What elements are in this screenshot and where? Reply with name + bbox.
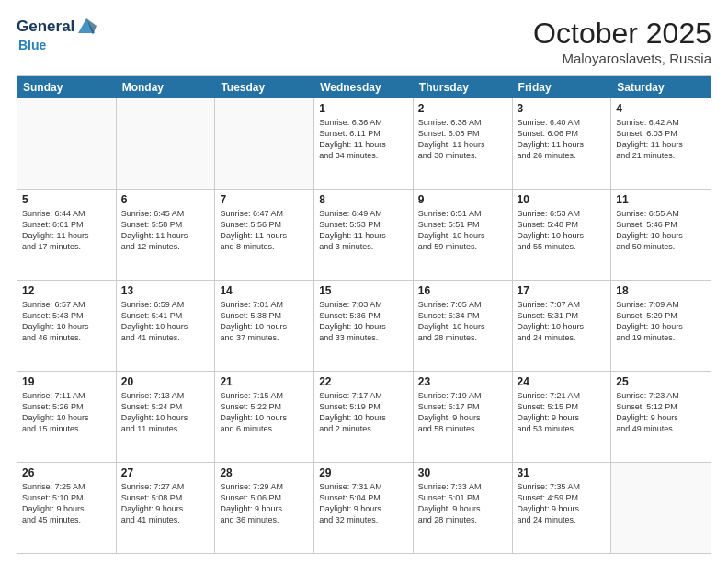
day-cell: 13Sunrise: 6:59 AM Sunset: 5:41 PM Dayli… — [117, 281, 216, 371]
day-info: Sunrise: 6:59 AM Sunset: 5:41 PM Dayligh… — [121, 299, 210, 344]
day-number: 19 — [22, 375, 111, 388]
day-info: Sunrise: 6:53 AM Sunset: 5:48 PM Dayligh… — [518, 208, 607, 253]
week-row: 5Sunrise: 6:44 AM Sunset: 6:01 PM Daylig… — [17, 189, 711, 280]
day-info: Sunrise: 7:05 AM Sunset: 5:34 PM Dayligh… — [418, 299, 507, 344]
day-info: Sunrise: 6:36 AM Sunset: 6:11 PM Dayligh… — [319, 117, 408, 162]
day-info: Sunrise: 7:33 AM Sunset: 5:01 PM Dayligh… — [418, 481, 507, 526]
day-cell — [17, 98, 117, 189]
day-number: 5 — [22, 193, 111, 206]
day-header: Monday — [117, 76, 216, 98]
day-header: Tuesday — [215, 76, 314, 98]
day-cell: 10Sunrise: 6:53 AM Sunset: 5:48 PM Dayli… — [513, 190, 612, 280]
logo-general: General — [17, 17, 74, 36]
day-cell: 26Sunrise: 7:25 AM Sunset: 5:10 PM Dayli… — [17, 463, 117, 553]
day-number: 1 — [319, 102, 408, 115]
day-number: 29 — [319, 466, 408, 479]
day-number: 10 — [518, 193, 607, 206]
day-number: 20 — [121, 375, 210, 388]
week-row: 12Sunrise: 6:57 AM Sunset: 5:43 PM Dayli… — [17, 280, 711, 371]
weeks: 1Sunrise: 6:36 AM Sunset: 6:11 PM Daylig… — [17, 98, 711, 553]
day-info: Sunrise: 6:47 AM Sunset: 5:56 PM Dayligh… — [220, 208, 309, 253]
day-info: Sunrise: 7:19 AM Sunset: 5:17 PM Dayligh… — [418, 390, 507, 435]
day-number: 27 — [121, 466, 210, 479]
day-number: 8 — [319, 193, 408, 206]
day-number: 24 — [518, 375, 607, 388]
day-info: Sunrise: 6:55 AM Sunset: 5:46 PM Dayligh… — [616, 208, 706, 253]
day-info: Sunrise: 7:25 AM Sunset: 5:10 PM Dayligh… — [22, 481, 111, 526]
day-cell: 11Sunrise: 6:55 AM Sunset: 5:46 PM Dayli… — [611, 190, 711, 280]
day-info: Sunrise: 7:15 AM Sunset: 5:22 PM Dayligh… — [220, 390, 309, 435]
month-title: October 2025 — [533, 17, 711, 51]
day-cell: 23Sunrise: 7:19 AM Sunset: 5:17 PM Dayli… — [414, 372, 513, 462]
week-row: 19Sunrise: 7:11 AM Sunset: 5:26 PM Dayli… — [17, 371, 711, 462]
day-info: Sunrise: 6:57 AM Sunset: 5:43 PM Dayligh… — [22, 299, 111, 344]
day-cell: 18Sunrise: 7:09 AM Sunset: 5:29 PM Dayli… — [611, 281, 711, 371]
day-info: Sunrise: 7:27 AM Sunset: 5:08 PM Dayligh… — [121, 481, 210, 526]
week-row: 26Sunrise: 7:25 AM Sunset: 5:10 PM Dayli… — [17, 462, 711, 553]
day-info: Sunrise: 7:23 AM Sunset: 5:12 PM Dayligh… — [616, 390, 706, 435]
day-number: 3 — [518, 102, 607, 115]
day-header: Saturday — [611, 76, 711, 98]
day-info: Sunrise: 7:07 AM Sunset: 5:31 PM Dayligh… — [518, 299, 607, 344]
day-number: 2 — [418, 102, 507, 115]
day-info: Sunrise: 6:38 AM Sunset: 6:08 PM Dayligh… — [418, 117, 507, 162]
day-cell: 8Sunrise: 6:49 AM Sunset: 5:53 PM Daylig… — [314, 190, 414, 280]
day-number: 25 — [616, 375, 706, 388]
day-cell: 20Sunrise: 7:13 AM Sunset: 5:24 PM Dayli… — [117, 372, 216, 462]
day-info: Sunrise: 7:13 AM Sunset: 5:24 PM Dayligh… — [121, 390, 210, 435]
day-number: 18 — [616, 284, 706, 297]
day-number: 13 — [121, 284, 210, 297]
day-number: 21 — [220, 375, 309, 388]
day-cell — [215, 98, 314, 189]
day-info: Sunrise: 6:40 AM Sunset: 6:06 PM Dayligh… — [518, 117, 607, 162]
day-header: Sunday — [17, 76, 117, 98]
day-number: 4 — [616, 102, 706, 115]
day-info: Sunrise: 6:49 AM Sunset: 5:53 PM Dayligh… — [319, 208, 408, 253]
day-number: 30 — [418, 466, 507, 479]
day-info: Sunrise: 7:17 AM Sunset: 5:19 PM Dayligh… — [319, 390, 408, 435]
day-cell: 27Sunrise: 7:27 AM Sunset: 5:08 PM Dayli… — [117, 463, 216, 553]
day-number: 7 — [220, 193, 309, 206]
day-number: 6 — [121, 193, 210, 206]
day-cell: 16Sunrise: 7:05 AM Sunset: 5:34 PM Dayli… — [414, 281, 513, 371]
day-cell: 31Sunrise: 7:35 AM Sunset: 4:59 PM Dayli… — [513, 463, 612, 553]
day-info: Sunrise: 7:21 AM Sunset: 5:15 PM Dayligh… — [518, 390, 607, 435]
day-cell: 21Sunrise: 7:15 AM Sunset: 5:22 PM Dayli… — [215, 372, 314, 462]
title-section: October 2025 Maloyaroslavets, Russia — [533, 17, 711, 66]
day-cell: 19Sunrise: 7:11 AM Sunset: 5:26 PM Dayli… — [17, 372, 117, 462]
day-cell: 1Sunrise: 6:36 AM Sunset: 6:11 PM Daylig… — [314, 98, 414, 189]
day-cell: 7Sunrise: 6:47 AM Sunset: 5:56 PM Daylig… — [215, 190, 314, 280]
day-info: Sunrise: 6:51 AM Sunset: 5:51 PM Dayligh… — [418, 208, 507, 253]
day-cell: 2Sunrise: 6:38 AM Sunset: 6:08 PM Daylig… — [414, 98, 513, 189]
day-number: 22 — [319, 375, 408, 388]
day-info: Sunrise: 6:45 AM Sunset: 5:58 PM Dayligh… — [121, 208, 210, 253]
day-number: 14 — [220, 284, 309, 297]
day-cell: 28Sunrise: 7:29 AM Sunset: 5:06 PM Dayli… — [215, 463, 314, 553]
day-number: 26 — [22, 466, 111, 479]
calendar: SundayMondayTuesdayWednesdayThursdayFrid… — [17, 75, 711, 554]
day-cell: 25Sunrise: 7:23 AM Sunset: 5:12 PM Dayli… — [611, 372, 711, 462]
logo: General Blue — [17, 17, 97, 53]
day-cell — [117, 98, 216, 189]
day-info: Sunrise: 7:29 AM Sunset: 5:06 PM Dayligh… — [220, 481, 309, 526]
day-number: 23 — [418, 375, 507, 388]
day-number: 17 — [518, 284, 607, 297]
day-info: Sunrise: 6:42 AM Sunset: 6:03 PM Dayligh… — [616, 117, 706, 162]
day-cell: 5Sunrise: 6:44 AM Sunset: 6:01 PM Daylig… — [17, 190, 117, 280]
day-number: 12 — [22, 284, 111, 297]
day-header: Friday — [513, 76, 612, 98]
day-cell — [611, 463, 711, 553]
day-cell: 24Sunrise: 7:21 AM Sunset: 5:15 PM Dayli… — [513, 372, 612, 462]
day-cell: 15Sunrise: 7:03 AM Sunset: 5:36 PM Dayli… — [314, 281, 414, 371]
day-cell: 4Sunrise: 6:42 AM Sunset: 6:03 PM Daylig… — [611, 98, 711, 189]
location: Maloyaroslavets, Russia — [533, 51, 711, 66]
page-container: General Blue October 2025 Maloyaroslavet… — [0, 0, 728, 563]
day-cell: 9Sunrise: 6:51 AM Sunset: 5:51 PM Daylig… — [414, 190, 513, 280]
day-number: 11 — [616, 193, 706, 206]
header: General Blue October 2025 Maloyaroslavet… — [17, 17, 711, 66]
day-cell: 22Sunrise: 7:17 AM Sunset: 5:19 PM Dayli… — [314, 372, 414, 462]
day-info: Sunrise: 7:03 AM Sunset: 5:36 PM Dayligh… — [319, 299, 408, 344]
day-number: 9 — [418, 193, 507, 206]
day-number: 28 — [220, 466, 309, 479]
day-cell: 30Sunrise: 7:33 AM Sunset: 5:01 PM Dayli… — [414, 463, 513, 553]
